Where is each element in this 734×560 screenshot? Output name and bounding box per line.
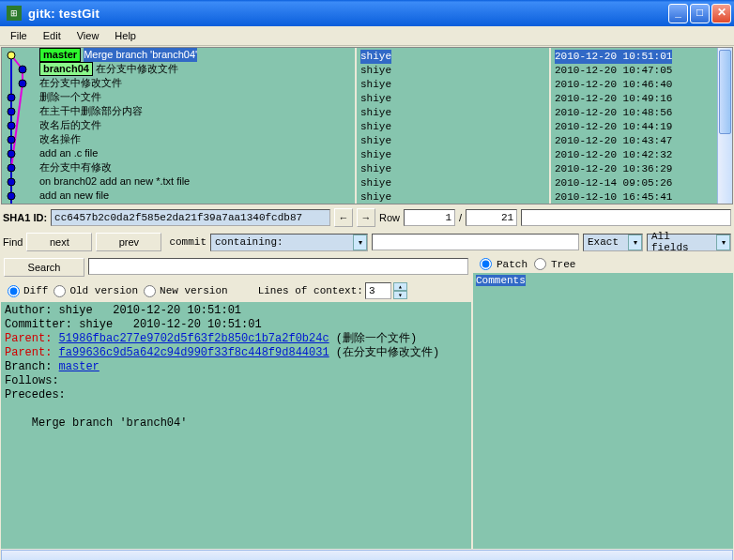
tree-options-row: Patch Tree (473, 255, 733, 273)
diff-radio[interactable] (8, 285, 20, 297)
search-button[interactable]: Search (4, 258, 84, 277)
commit-row[interactable]: on branch02 add an new *.txt file (39, 174, 355, 189)
close-button[interactable]: ✕ (711, 4, 731, 23)
commit-row[interactable]: add an .c file (39, 146, 355, 160)
find-fields-combo[interactable]: All fields▾ (647, 234, 731, 251)
spin-up-icon[interactable]: ▴ (393, 282, 407, 291)
date-cell: 2010-12-20 10:48:56 (555, 106, 728, 120)
jump-input[interactable] (521, 209, 731, 226)
author-cell: shiye (360, 148, 545, 162)
author-cell: shiye (360, 106, 545, 120)
commit-row[interactable]: master Merge branch 'branch04' (39, 48, 355, 62)
vertical-scrollbar[interactable] (717, 48, 732, 204)
maximize-button[interactable]: □ (690, 4, 710, 23)
find-row: Find next prev commit containing:▾ Exact… (0, 230, 734, 254)
parent1-link[interactable]: 51986fbac277e9702d5f63f2b850c1b7a2f0b24c (59, 332, 329, 345)
search-input[interactable] (88, 258, 468, 275)
date-cell: 2010-12-20 10:43:47 (555, 134, 728, 148)
svg-point-4 (8, 52, 15, 59)
date-cell: 2010-12-20 10:42:32 (555, 148, 728, 162)
author-cell: shiye (360, 78, 545, 92)
find-mode-combo[interactable]: containing:▾ (210, 234, 368, 251)
commit-row[interactable]: branch04 在分支中修改文件 (39, 62, 355, 76)
svg-point-11 (8, 150, 15, 158)
svg-point-12 (8, 164, 15, 172)
comments-label: Comments (476, 275, 526, 286)
svg-point-5 (19, 66, 26, 73)
menu-help[interactable]: Help (108, 28, 143, 43)
svg-point-8 (8, 108, 15, 115)
menu-bar: File Edit View Help (0, 26, 734, 46)
patch-radio[interactable] (480, 258, 492, 270)
author-cell: shiye (360, 162, 545, 176)
forward-button[interactable]: → (357, 208, 375, 227)
parent2-link[interactable]: fa99636c9d5a642c94d990f33f8c448f9d844031 (59, 346, 329, 359)
date-cell: 2010-12-20 10:47:05 (555, 64, 728, 78)
minimize-button[interactable]: _ (668, 4, 688, 23)
find-prev-button[interactable]: prev (96, 233, 161, 251)
sha-input[interactable] (51, 209, 330, 226)
date-cell: 2010-12-20 10:44:19 (555, 120, 728, 134)
window-title: gitk: testGit (25, 7, 668, 21)
find-exact-combo[interactable]: Exact▾ (583, 234, 643, 251)
date-cell: 2010-12-20 10:36:29 (555, 162, 728, 176)
chevron-down-icon[interactable]: ▾ (628, 235, 642, 250)
find-label: Find (3, 236, 23, 248)
author-cell: shiye (360, 134, 545, 148)
chevron-down-icon[interactable]: ▾ (716, 235, 730, 250)
commit-row[interactable]: 删除一个文件 (39, 90, 355, 104)
author-cell: shiye (360, 190, 545, 204)
commit-row[interactable]: 在分支中有修改 (39, 160, 355, 174)
commit-graph-pane[interactable]: master Merge branch 'branch04'branch04 在… (2, 48, 355, 204)
find-next-button[interactable]: next (26, 233, 92, 251)
svg-point-14 (8, 192, 15, 200)
diff-options-row: Diff Old version New version Lines of co… (1, 280, 471, 302)
app-icon: ⊞ (7, 6, 22, 21)
date-cell: 2010-12-10 16:45:41 (555, 190, 728, 204)
commit-row[interactable]: 改名操作 (39, 132, 355, 146)
svg-point-13 (8, 178, 15, 186)
title-bar: ⊞ gitk: testGit _ □ ✕ (0, 0, 734, 26)
author-cell: shiye (360, 92, 545, 106)
find-text-input[interactable] (372, 234, 579, 250)
sha-label: SHA1 ID: (3, 212, 47, 223)
author-pane[interactable]: shiye shiye shiye shiye shiye shiye shiy… (355, 48, 549, 204)
row-label: Row (379, 212, 400, 223)
spin-down-icon[interactable]: ▾ (393, 291, 407, 299)
date-pane[interactable]: 2010-12-20 10:51:012010-12-20 10:47:0520… (549, 48, 732, 204)
author-cell: shiye (360, 64, 545, 78)
graph-lines (2, 48, 39, 204)
tree-radio[interactable] (534, 258, 546, 270)
menu-view[interactable]: View (70, 28, 106, 43)
file-list-pane[interactable]: Comments (473, 273, 733, 549)
row-current[interactable] (404, 209, 455, 226)
commit-row[interactable]: 在主干中删除部分内容 (39, 104, 355, 118)
svg-point-9 (8, 122, 15, 129)
horizontal-scrollbar[interactable] (1, 550, 733, 560)
menu-edit[interactable]: Edit (37, 28, 68, 43)
commit-detail-pane[interactable]: Author: shiye 2010-12-20 10:51:01 Commit… (1, 302, 471, 549)
loc-label: Lines of context: (258, 285, 363, 296)
author-cell: shiye (360, 120, 545, 134)
svg-point-7 (8, 94, 15, 101)
row-sep: / (459, 212, 462, 223)
new-version-radio[interactable] (144, 285, 156, 297)
commit-row[interactable]: 在分支中修改文件 (39, 76, 355, 90)
svg-point-10 (8, 136, 15, 144)
date-cell: 2010-12-20 10:46:40 (555, 78, 728, 92)
commit-label: commit (169, 236, 206, 248)
menu-file[interactable]: File (4, 28, 34, 43)
branch-link[interactable]: master (59, 360, 99, 373)
author-cell: shiye (360, 50, 545, 64)
loc-input[interactable] (365, 282, 391, 299)
date-cell: 2010-12-20 10:49:16 (555, 92, 728, 106)
commit-row[interactable]: 改名后的文件 (39, 118, 355, 132)
back-button[interactable]: ← (334, 208, 353, 227)
svg-point-6 (19, 80, 26, 87)
row-total (466, 209, 517, 226)
chevron-down-icon[interactable]: ▾ (353, 235, 367, 250)
date-cell: 2010-12-14 09:05:26 (555, 176, 728, 190)
author-cell: shiye (360, 176, 545, 190)
old-version-radio[interactable] (54, 285, 66, 297)
commit-row[interactable]: add an new file (39, 189, 355, 203)
